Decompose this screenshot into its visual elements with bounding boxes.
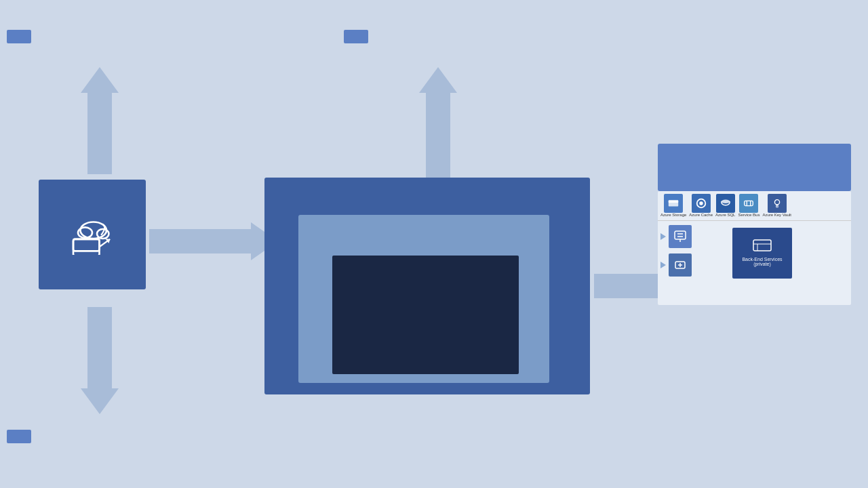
traffic-manager-label: [7, 30, 31, 43]
browser-to-cluster-arrow: [149, 222, 278, 260]
azure-sql-label: Azure SQL: [715, 213, 735, 217]
back-end-services-label: Back-End Services(private): [741, 256, 783, 268]
web-cluster-box: [264, 178, 590, 394]
azure-storage-icon: [664, 194, 683, 213]
app-service-title: [298, 215, 549, 227]
azure-sql-icon: [716, 194, 735, 213]
svg-rect-20: [675, 231, 686, 239]
service-bus-label: Service Bus: [738, 213, 760, 217]
cdn-arrow-down: [81, 307, 119, 414]
svg-rect-27: [753, 240, 771, 251]
traffic-manager-arrow-up: [81, 67, 119, 174]
service-bus-icon: [739, 194, 758, 213]
svg-rect-3: [73, 239, 100, 254]
active-directory-label: [344, 30, 368, 43]
power-cluster-box: [658, 144, 851, 191]
browser-box: [39, 180, 146, 289]
aspnet-box: [332, 256, 519, 374]
svg-point-12: [699, 201, 703, 205]
azure-storage-label: Azure Storage: [660, 213, 686, 217]
azure-cache-label: Azure Cache: [689, 213, 713, 217]
power-platform-diagram: Azure Storage Azure Cache Azure SQL Serv…: [658, 191, 851, 305]
azure-key-vault-icon: [768, 194, 787, 213]
azure-key-vault-label: Azure Key Vault: [762, 213, 791, 217]
power-cluster-title: [658, 144, 851, 157]
svg-point-13: [721, 200, 730, 203]
browser-icon: [68, 218, 116, 258]
svg-point-17: [774, 200, 779, 205]
internal-api-icon: [669, 253, 692, 277]
svg-rect-14: [745, 201, 753, 205]
back-end-services-box: Back-End Services(private): [732, 228, 792, 279]
svg-rect-10: [669, 201, 678, 203]
svg-point-0: [81, 222, 107, 239]
web-cluster-title: [264, 178, 590, 191]
svg-rect-4: [73, 239, 100, 251]
azure-cache-icon: [692, 194, 711, 213]
app-service-box: [298, 215, 549, 383]
management-icon: [669, 225, 692, 248]
svg-point-2: [97, 229, 109, 239]
cdn-label: [7, 430, 31, 443]
power-icon-row: Azure Storage Azure Cache Azure SQL Serv…: [658, 191, 851, 221]
